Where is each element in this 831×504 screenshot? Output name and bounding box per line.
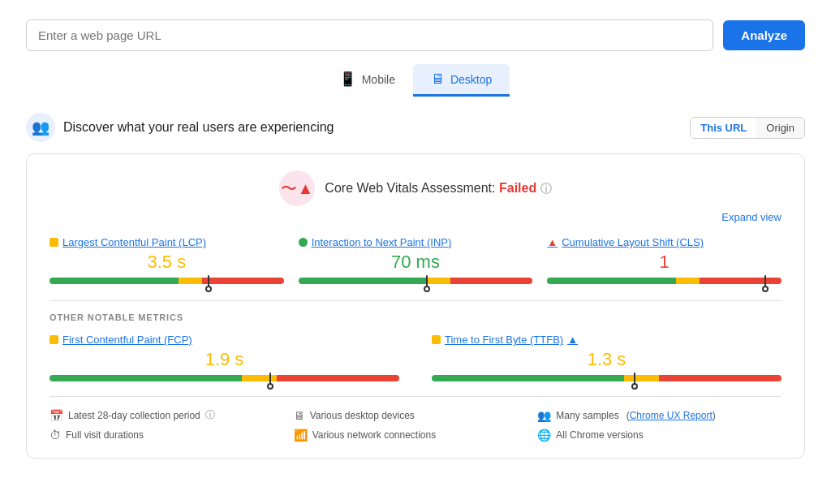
collection-info-icon[interactable]: ⓘ xyxy=(205,408,215,422)
footer-desktop-text: Various desktop devices xyxy=(310,410,415,421)
assessment-title: Core Web Vitals Assessment: Failed ⓘ xyxy=(325,181,551,196)
footer-collection-period: 📅 Latest 28-day collection period ⓘ xyxy=(50,408,294,422)
lcp-bar xyxy=(50,278,284,284)
device-tabs: 📱 Mobile 🖥 Desktop xyxy=(26,64,805,97)
fcp-value: 1.9 s xyxy=(50,349,399,370)
metric-cls: ▲ Cumulative Layout Shift (CLS) 1 xyxy=(547,236,781,284)
ttfb-bar xyxy=(432,375,781,381)
footer-network-text: Various network connections xyxy=(312,429,437,441)
assessment-status: Failed xyxy=(499,181,536,195)
metric-ttfb: Time to First Byte (TTFB) ▲ 1.3 s xyxy=(432,334,781,381)
footer-desktop-devices: 🖥 Various desktop devices xyxy=(294,408,538,422)
inp-bar xyxy=(299,278,533,284)
other-metrics-label: OTHER NOTABLE METRICS xyxy=(50,312,781,322)
lcp-label[interactable]: Largest Contentful Paint (LCP) xyxy=(50,236,284,248)
footer-samples-text: Many samples xyxy=(556,410,618,421)
tab-mobile-label: Mobile xyxy=(362,73,395,86)
ttfb-triangle-icon: ▲ xyxy=(567,334,578,346)
network-icon: 📶 xyxy=(294,429,308,442)
footer-chrome-versions: 🌐 All Chrome versions xyxy=(537,429,781,442)
footer-visit-text: Full visit durations xyxy=(66,429,144,441)
chrome-icon: 🌐 xyxy=(537,429,551,442)
discover-icon: 👥 xyxy=(26,113,55,142)
inp-label[interactable]: Interaction to Next Paint (INP) xyxy=(299,236,533,248)
footer-chrome-text: All Chrome versions xyxy=(556,429,643,441)
footer-info: 📅 Latest 28-day collection period ⓘ 🖥 Va… xyxy=(50,396,781,442)
footer-visit-durations: ⏱ Full visit durations xyxy=(50,429,294,442)
calendar-icon: 📅 xyxy=(50,409,63,422)
samples-icon: 👥 xyxy=(537,409,551,422)
lcp-value: 3.5 s xyxy=(50,252,284,273)
ttfb-label[interactable]: Time to First Byte (TTFB) ▲ xyxy=(432,334,781,346)
footer-network: 📶 Various network connections xyxy=(294,429,538,442)
footer-samples: 👥 Many samples (Chrome UX Report) xyxy=(537,408,781,422)
fcp-bar xyxy=(50,375,399,381)
url-input[interactable]: https://www.softr.io/ xyxy=(26,19,713,51)
fcp-dot xyxy=(50,335,58,344)
metric-lcp: Largest Contentful Paint (LCP) 3.5 s xyxy=(50,236,284,284)
lcp-dot xyxy=(50,238,58,247)
mobile-icon: 📱 xyxy=(339,71,356,88)
desktop-icon: 🖥 xyxy=(431,71,445,88)
footer-collection-text: Latest 28-day collection period xyxy=(68,410,200,421)
origin-button[interactable]: Origin xyxy=(756,118,804,138)
main-card: 〜▲ Core Web Vitals Assessment: Failed ⓘ … xyxy=(26,153,805,459)
fcp-label[interactable]: First Contentful Paint (FCP) xyxy=(50,334,399,346)
desktop-devices-icon: 🖥 xyxy=(294,409,305,422)
discover-title: Discover what your real users are experi… xyxy=(63,120,334,135)
cls-label[interactable]: ▲ Cumulative Layout Shift (CLS) xyxy=(547,236,781,248)
expand-view-link[interactable]: Expand view xyxy=(721,211,781,223)
inp-dot xyxy=(299,238,308,247)
tab-desktop[interactable]: 🖥 Desktop xyxy=(413,64,510,97)
cls-triangle: ▲ xyxy=(547,236,558,248)
chrome-ux-report-link[interactable]: Chrome UX Report xyxy=(630,410,713,421)
timer-icon: ⏱ xyxy=(50,429,61,442)
tab-desktop-label: Desktop xyxy=(450,73,492,86)
cls-value: 1 xyxy=(547,252,781,273)
core-vitals-grid: Largest Contentful Paint (LCP) 3.5 s xyxy=(50,236,781,284)
metric-fcp: First Contentful Paint (FCP) 1.9 s xyxy=(50,334,399,381)
other-metrics-grid: First Contentful Paint (FCP) 1.9 s xyxy=(50,334,781,381)
url-origin-toggle: This URL Origin xyxy=(690,117,805,139)
assessment-icon: 〜▲ xyxy=(279,170,315,206)
ttfb-dot xyxy=(432,335,441,344)
tab-mobile[interactable]: 📱 Mobile xyxy=(321,64,413,97)
cls-bar xyxy=(547,278,781,284)
analyze-button[interactable]: Analyze xyxy=(723,20,805,50)
inp-value: 70 ms xyxy=(299,252,533,273)
ttfb-value: 1.3 s xyxy=(432,349,781,370)
this-url-button[interactable]: This URL xyxy=(691,118,756,138)
assessment-info-icon[interactable]: ⓘ xyxy=(540,182,552,195)
metric-inp: Interaction to Next Paint (INP) 70 ms xyxy=(299,236,533,284)
